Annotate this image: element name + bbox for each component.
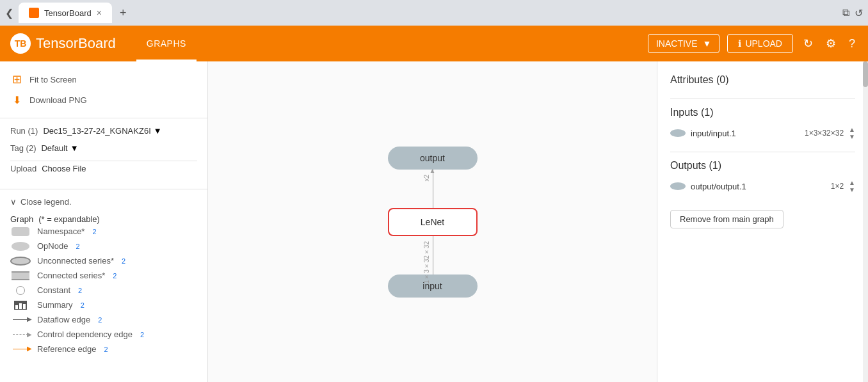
stack-shape (12, 271, 29, 280)
legend-item-control: Control dependency edge 2 (10, 330, 197, 339)
control-label: Control dependency edge (37, 330, 133, 339)
edge-top-arrow: ▲ (430, 167, 436, 174)
run-label: Run (1) (10, 126, 38, 136)
upload-icon: ℹ (738, 38, 741, 49)
unconnected-link[interactable]: 2 (122, 257, 125, 265)
dropdown-arrow: ▼ (703, 38, 712, 49)
run-control-row: Run (1) Dec15_13-27-24_KGNAKZ6I ▼ (10, 126, 197, 136)
divider (10, 161, 197, 161)
inactive-dropdown[interactable]: INACTIVE ▼ (648, 34, 719, 53)
logo: TB TensorBoard (10, 33, 116, 54)
download-png-item[interactable]: ⬇ Download PNG (10, 90, 197, 110)
legend-item-constant: Constant 2 (10, 285, 197, 295)
control-link[interactable]: 2 (140, 331, 144, 338)
reference-link[interactable]: 2 (104, 346, 108, 353)
fit-to-screen-item[interactable]: ⊞ Fit to Screen (10, 69, 197, 90)
right-panel-scrollbar[interactable] (863, 61, 868, 382)
upload-row: Upload Choose File (10, 164, 197, 173)
input-node[interactable]: input (388, 275, 478, 298)
legend-item-reference: Reference edge 2 (10, 344, 197, 354)
reference-arrow (13, 349, 28, 350)
choose-file-label[interactable]: Choose File (42, 164, 197, 173)
collapse-icon: ∨ (10, 197, 17, 207)
run-dropdown[interactable]: Dec15_13-27-24_KGNAKZ6I ▼ (43, 126, 161, 136)
divider-2 (670, 152, 855, 152)
restore-icon[interactable]: ⧉ (842, 7, 849, 19)
input-stepper[interactable]: ▲ ▼ (849, 126, 855, 140)
logo-icon: TB (10, 33, 31, 54)
graph-label: Graph (10, 214, 33, 224)
divider-1 (670, 99, 855, 99)
browser-tab[interactable]: TensorBoard × (19, 3, 112, 23)
input-name: input/input.1 (691, 129, 800, 138)
topbar-right: INACTIVE ▼ ℹ UPLOAD ↻ ⚙ ? (648, 34, 858, 53)
connected-label: Connected series* (37, 271, 105, 280)
namespace-shape (10, 227, 31, 236)
attributes-title: Attributes (0) (670, 74, 855, 86)
fit-icon: ⊞ (10, 73, 23, 86)
control-arrow (13, 334, 28, 335)
run-value: Dec15_13-27-24_KGNAKZ6I (43, 126, 150, 136)
inputs-title: Inputs (1) (670, 107, 855, 118)
edge-top-label: x2 (423, 175, 430, 182)
tag-label: Tag (2) (10, 143, 36, 153)
output-node[interactable]: output (388, 147, 478, 170)
rect-shape (12, 227, 29, 236)
upload-button[interactable]: ℹ UPLOAD (727, 34, 793, 53)
nav-graphs[interactable]: GRAPHS (136, 26, 197, 61)
tab-favicon (29, 8, 39, 18)
circle-shape (16, 286, 25, 295)
output-row: output/output.1 1×2 ▲ ▼ (670, 179, 855, 193)
refresh-button[interactable]: ↻ (801, 34, 816, 53)
unconnected-label: Unconnected series* (37, 256, 114, 266)
fit-to-screen-label: Fit to Screen (29, 75, 77, 84)
close-legend-btn[interactable]: ∨ Close legend. (10, 197, 197, 207)
connected-shape (10, 271, 31, 280)
namespace-label: Namespace* (37, 227, 84, 236)
new-tab-button[interactable]: + (120, 6, 127, 20)
tag-control-row: Tag (2) Default ▼ (10, 143, 197, 153)
inactive-label: INACTIVE (656, 38, 698, 49)
dataflow-link[interactable]: 2 (98, 316, 102, 324)
back-button[interactable]: ❮ (5, 7, 13, 19)
lenet-node[interactable]: LeNet (388, 208, 478, 236)
legend-item-connected: Connected series* 2 (10, 271, 197, 280)
reference-shape (10, 349, 31, 350)
constant-link[interactable]: 2 (78, 287, 82, 294)
sidebar-actions: ⊞ Fit to Screen ⬇ Download PNG (0, 61, 207, 118)
dataflow-arrow (13, 319, 28, 321)
remove-from-graph-button[interactable]: Remove from main graph (670, 210, 784, 228)
unconnected-shape (10, 257, 31, 266)
output-name: output/output.1 (691, 182, 826, 191)
legend-item-unconnected: Unconnected series* 2 (10, 256, 197, 266)
legend-item-namespace: Namespace* 2 (10, 227, 197, 236)
tag-dropdown[interactable]: Default ▼ (41, 143, 78, 153)
download-png-label: Download PNG (29, 95, 87, 105)
summary-icon-shape (14, 301, 27, 310)
graph-canvas[interactable]: output ▲ x2 LeNet 1×3×32×32 input (208, 61, 657, 382)
output-stepper[interactable]: ▲ ▼ (849, 179, 855, 193)
topbar: TB TensorBoard GRAPHS INACTIVE ▼ ℹ UPLOA… (0, 26, 868, 61)
sidebar: ⊞ Fit to Screen ⬇ Download PNG Run (1) D… (0, 61, 208, 382)
output-value: 1×2 (831, 182, 844, 191)
control-shape (10, 334, 31, 335)
connected-link[interactable]: 2 (113, 272, 117, 280)
tag-value: Default (41, 143, 67, 153)
help-button[interactable]: ? (846, 35, 858, 53)
settings-button[interactable]: ⚙ (823, 34, 839, 53)
input-icon (670, 129, 686, 137)
output-icon (670, 182, 686, 190)
legend-item-opnode: OpNode 2 (10, 241, 197, 251)
undo-icon[interactable]: ↺ (855, 7, 863, 19)
opnode-link[interactable]: 2 (76, 243, 79, 250)
graph-container: output ▲ x2 LeNet 1×3×32×32 input (388, 147, 478, 298)
namespace-link[interactable]: 2 (92, 228, 96, 235)
tab-title: TensorBoard (44, 8, 92, 18)
upload-label: Upload (10, 164, 36, 173)
constant-label: Constant (37, 285, 70, 295)
tab-close-button[interactable]: × (97, 8, 102, 18)
input-row: input/input.1 1×3×32×32 ▲ ▼ (670, 126, 855, 140)
summary-link[interactable]: 2 (81, 301, 84, 309)
summary-label: Summary (37, 300, 73, 310)
browser-chrome: ❮ TensorBoard × + ⧉ ↺ (0, 0, 868, 26)
